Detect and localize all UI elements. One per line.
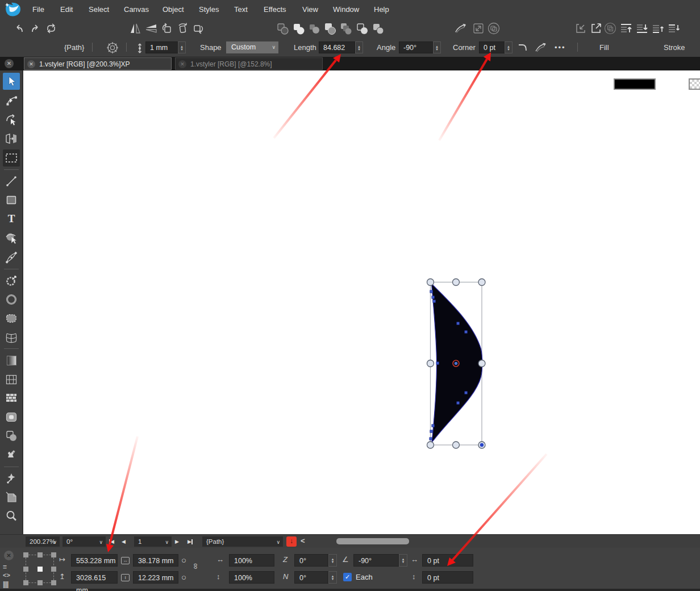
move-to-front-icon[interactable] (619, 22, 633, 35)
smooth-corner-icon[interactable] (534, 41, 548, 55)
boolean-union-icon[interactable] (291, 22, 305, 35)
stepper-down-icon[interactable]: ▾ (436, 48, 438, 51)
anchor-top-center[interactable] (38, 552, 43, 557)
corner-type-icon[interactable] (516, 41, 530, 55)
width-field[interactable]: 38.178 mm (133, 554, 178, 567)
update-badge-icon[interactable]: ↓ (286, 536, 297, 547)
anchor-top-right[interactable] (51, 552, 56, 557)
rotation-stepper[interactable]: ▴▾ (399, 554, 407, 567)
distribute-bars-icon[interactable]: |||| (3, 580, 8, 588)
boolean-subtract-icon[interactable] (307, 22, 321, 35)
equalize-icon[interactable]: = (3, 563, 7, 571)
crop-page-tool[interactable] (3, 489, 20, 506)
flip-horizontal-icon[interactable] (128, 22, 142, 35)
length-stepper[interactable]: ▴ ▾ (355, 41, 363, 53)
menu-view[interactable]: View (297, 0, 324, 19)
marquee-select-tool[interactable] (3, 149, 20, 167)
anchor-middle-left[interactable] (23, 567, 28, 572)
flip-vertical-icon[interactable] (144, 22, 158, 35)
rectangle-tool[interactable] (3, 192, 20, 209)
fill-swatch[interactable] (614, 78, 656, 90)
undo-icon[interactable] (13, 22, 26, 35)
anchor-top-left[interactable] (23, 552, 28, 557)
perspective-grid-tool[interactable] (3, 371, 20, 388)
first-page-button[interactable]: ◀ (109, 536, 114, 547)
each-checkbox[interactable]: ✓ (343, 573, 352, 581)
smooth-curve-icon[interactable] (454, 22, 468, 35)
menu-text[interactable]: Text (228, 0, 253, 19)
tab-close-icon[interactable]: ✕ (178, 60, 186, 68)
more-options-icon[interactable]: ••• (555, 38, 566, 57)
skew-y-stepper[interactable]: ▴▾ (328, 571, 337, 584)
menu-edit[interactable]: Edit (55, 0, 78, 19)
close-panel-icon[interactable]: ✕ (4, 551, 14, 560)
transform-tool[interactable] (3, 130, 20, 147)
angle-stepper[interactable]: ▴ ▾ (433, 41, 441, 53)
redo-icon[interactable] (28, 22, 42, 35)
menu-select[interactable]: Select (83, 0, 115, 19)
donut-tool[interactable] (3, 291, 20, 308)
circle-h-icon[interactable]: ○ (181, 572, 186, 582)
text-tool[interactable]: T (3, 210, 20, 227)
isolate-group-icon[interactable] (603, 22, 617, 35)
cycle-history-icon[interactable] (44, 22, 58, 35)
x-position-field[interactable]: 553.228 mm (71, 554, 118, 567)
boolean-add-icon[interactable] (276, 22, 289, 35)
move-tool[interactable] (3, 73, 20, 90)
gradient-tool[interactable] (3, 352, 20, 369)
y-position-field[interactable]: 3028.615 mm (71, 571, 118, 584)
offset-y-field[interactable]: 0 pt (422, 571, 473, 584)
last-page-button[interactable]: ▶ (188, 536, 193, 547)
scale-y-field[interactable]: 100% (229, 571, 274, 584)
zoom-level-dropdown[interactable]: 200.27% ∨ (26, 536, 60, 547)
stepper-down-icon[interactable]: ▾ (507, 48, 510, 51)
edit-outside-icon[interactable] (589, 22, 603, 35)
stepper-down-icon[interactable]: ▾ (358, 48, 360, 51)
skew-x-stepper[interactable]: ▴▾ (328, 554, 337, 567)
boolean-combine-icon[interactable] (355, 22, 369, 35)
skew-x-field[interactable]: 0° (294, 554, 328, 567)
corner-field[interactable]: 0 pt (479, 41, 505, 53)
zoom-tool[interactable] (3, 507, 20, 525)
clone-stamp-tool[interactable] (3, 447, 20, 464)
circle-w-icon[interactable]: ○ (181, 555, 186, 565)
menu-window[interactable]: Window (327, 0, 365, 19)
nudge-distance-field[interactable]: 1 mm (145, 41, 178, 53)
pattern-fill-tool[interactable] (3, 390, 20, 407)
move-to-back-icon[interactable] (635, 22, 649, 35)
node-tool[interactable] (3, 92, 20, 109)
tab-document-inactive[interactable]: ✕ 1.vstyler [RGB] [@152.8%] (175, 57, 323, 70)
corner-stepper[interactable]: ▴ ▾ (505, 41, 512, 53)
menu-object[interactable]: Object (157, 0, 190, 19)
collapse-panel-icon[interactable]: < (301, 536, 305, 545)
anchor-point-selector[interactable] (26, 555, 54, 583)
boolean-divide-icon[interactable] (339, 22, 353, 35)
scale-x-field[interactable]: 100% (229, 554, 274, 567)
move-backward-icon[interactable] (667, 22, 681, 35)
menu-styles[interactable]: Styles (193, 0, 224, 19)
rotate-tool[interactable] (3, 111, 20, 128)
anchor-center-selected[interactable] (38, 567, 43, 572)
page-number-dropdown[interactable]: 1 ∨ (134, 536, 172, 547)
code-view-icon[interactable]: <> (3, 572, 10, 578)
freehand-select-tool[interactable] (3, 310, 20, 327)
anchor-bottom-right[interactable] (51, 580, 56, 585)
boolean-intersect-icon[interactable] (323, 22, 337, 35)
document-canvas[interactable] (23, 70, 700, 534)
link-style-icon[interactable] (487, 22, 501, 35)
rotate-90-icon[interactable] (176, 22, 190, 35)
button-shape-tool[interactable] (3, 409, 20, 426)
height-field[interactable]: 12.223 mm (133, 571, 178, 584)
menu-help[interactable]: Help (368, 0, 395, 19)
prev-page-button[interactable]: ◀ (122, 536, 126, 547)
shape-type-dropdown[interactable]: Custom ∨ (226, 41, 278, 53)
stroke-swatch[interactable] (689, 78, 700, 90)
paint-brush-tool[interactable] (3, 272, 20, 289)
shapes-tool[interactable] (3, 427, 20, 444)
angle-field[interactable]: -90° (399, 41, 433, 53)
shape-builder-tool[interactable] (3, 230, 20, 247)
tab-close-icon[interactable]: ✕ (27, 60, 35, 68)
anchor-bottom-center[interactable] (38, 580, 43, 585)
snapping-options-icon[interactable] (106, 41, 119, 55)
mesh-warp-tool[interactable] (3, 329, 20, 346)
